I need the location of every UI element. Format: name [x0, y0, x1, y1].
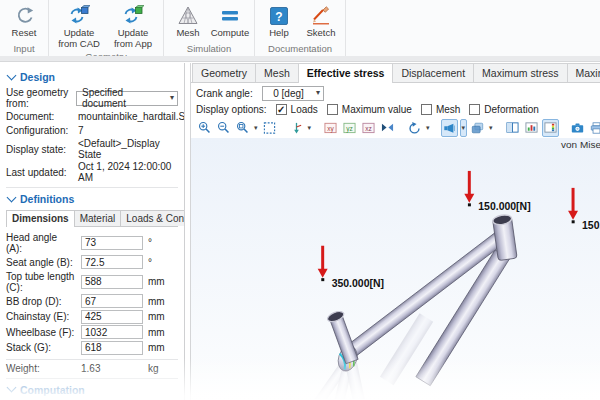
reset-button[interactable]: Reset — [4, 3, 44, 39]
definitions-section-header[interactable]: Definitions — [6, 190, 178, 208]
update-from-cad-button[interactable]: Update from CAD — [53, 3, 105, 50]
crank-angle-select[interactable]: 0 [deg] ▾ — [262, 86, 324, 101]
tab-dimensions[interactable]: Dimensions — [6, 210, 75, 227]
material-color-button[interactable] — [523, 119, 540, 137]
tab-material[interactable]: Material — [74, 210, 122, 226]
tab-loads-constraints[interactable]: Loads & Constraints — [120, 210, 185, 226]
seat-angle-field[interactable] — [81, 255, 143, 269]
design-section-header[interactable]: Design — [6, 68, 178, 86]
use-geometry-select[interactable]: Specified document ▾ — [76, 91, 178, 106]
configuration-label: Configuration: — [6, 125, 76, 136]
tab-mesh[interactable]: Mesh — [255, 63, 299, 82]
split-view-button[interactable] — [504, 119, 521, 137]
transparency-dropdown[interactable]: ▾ — [488, 124, 494, 132]
document-label: Document: — [6, 111, 76, 122]
update-from-app-icon — [122, 4, 144, 27]
display-option-3[interactable]: Deformation — [469, 104, 538, 115]
load-label: 150.0 — [582, 220, 600, 231]
top-tube-length-field[interactable] — [81, 275, 143, 289]
display-option-2[interactable]: Mesh — [421, 104, 460, 115]
document-value: mountainbike_hardtail.SLDPRT — [76, 111, 185, 122]
color-legend-button[interactable] — [542, 119, 559, 137]
graphics-canvas[interactable]: 150.000[N] 350.000[N] 150.0 von Mise — [191, 138, 600, 400]
load-label: 350.000[N] — [332, 278, 384, 289]
checkbox-icon — [327, 104, 338, 115]
rotate-view-dropdown[interactable]: ▾ — [425, 124, 431, 132]
transparency-icon — [471, 121, 484, 135]
results-panel: Geometry Mesh Effective stress Displacem… — [190, 63, 600, 400]
compute-button[interactable]: Compute — [210, 3, 250, 39]
deformation-checkbox-label: Deformation — [484, 104, 538, 115]
print-button[interactable] — [588, 119, 600, 137]
seat-angle-unit: ° — [148, 257, 178, 268]
view-xy-plane-button[interactable]: xy — [322, 119, 339, 137]
collapse-chevron-icon — [7, 383, 17, 393]
zoom-out-icon — [217, 120, 230, 135]
mesh-button[interactable]: Mesh — [168, 3, 208, 39]
tab-maximum-stress[interactable]: Maximum stress — [473, 63, 567, 82]
snapshot-button[interactable] — [569, 119, 586, 137]
zoom-extents-button[interactable] — [234, 119, 251, 137]
bb-drop-unit: mm — [148, 296, 178, 307]
view-yz-plane-icon: yz — [343, 121, 356, 134]
checkbox-icon: ✓ — [276, 104, 287, 115]
view-xy-plane-icon: xy — [324, 121, 337, 134]
scene-light-button[interactable] — [441, 119, 458, 137]
chainstay-label: Chainstay (E): — [6, 311, 76, 322]
collapse-chevron-icon — [7, 70, 17, 80]
zoom-box-icon — [263, 121, 276, 135]
display-option-0[interactable]: ✓Loads — [276, 104, 318, 115]
update-from-cad-icon — [68, 4, 90, 27]
view-xz-plane-button[interactable]: xz — [360, 119, 377, 137]
ribbon-group-simulation: Mesh Compute Simulation — [164, 0, 255, 56]
head-angle-field[interactable] — [81, 236, 143, 250]
definitions-section-title: Definitions — [20, 193, 74, 205]
seat-angle-label: Seat angle (B): — [6, 257, 76, 268]
ribbon-group-documentation-label: Documentation — [259, 42, 341, 56]
tab-displacement[interactable]: Displacement — [392, 63, 474, 82]
flip-view-button[interactable] — [379, 119, 396, 137]
zoom-extents-dropdown[interactable]: ▾ — [253, 124, 259, 132]
zoom-out-button[interactable] — [215, 119, 232, 137]
chevron-down-icon: ▾ — [170, 93, 174, 102]
default-view-dropdown[interactable]: ▾ — [307, 124, 313, 132]
tab-geometry[interactable]: Geometry — [192, 63, 256, 82]
view-yz-plane-button[interactable]: yz — [341, 119, 358, 137]
help-button[interactable]: ? Help — [259, 3, 299, 39]
tab-effective-stress[interactable]: Effective stress — [298, 63, 394, 83]
help-icon: ? — [269, 4, 289, 27]
compute-icon — [219, 4, 241, 27]
tab-maximum-stress-range[interactable]: Maximum stress range — [567, 63, 600, 82]
default-3d-view-button[interactable] — [288, 119, 305, 137]
ribbon-empty-area — [346, 0, 600, 56]
update-from-app-button[interactable]: Update from App — [107, 3, 159, 50]
zoom-box-button[interactable] — [261, 119, 278, 137]
transparency-button[interactable] — [469, 119, 486, 137]
use-geometry-label: Use geometry from: — [6, 87, 76, 109]
print-icon — [590, 121, 600, 135]
mesh-checkbox-label: Mesh — [436, 104, 460, 115]
results-tabbar: Geometry Mesh Effective stress Displacem… — [191, 63, 600, 83]
svg-text:xz: xz — [365, 125, 372, 132]
head-angle-unit: ° — [148, 237, 178, 248]
last-updated-value: Oct 1, 2024 12:00:00 AM — [76, 161, 178, 183]
display-option-1[interactable]: Maximum value — [327, 104, 412, 115]
collapse-chevron-icon — [7, 192, 17, 202]
scene-light-dropdown[interactable]: ▾ — [460, 119, 468, 137]
chevron-down-icon: ▾ — [316, 88, 320, 97]
chainstay-field[interactable] — [81, 310, 143, 324]
zoom-in-icon — [198, 120, 211, 135]
zoom-extents-icon — [236, 120, 249, 135]
computation-section-title: Computation — [20, 384, 85, 396]
sketch-button[interactable]: Sketch — [301, 3, 341, 39]
zoom-in-button[interactable] — [196, 119, 213, 137]
bb-drop-field[interactable] — [81, 294, 143, 308]
wheelbase-field[interactable] — [81, 325, 143, 339]
computation-section-header[interactable]: Computation — [6, 381, 178, 399]
default-3d-view-icon — [290, 121, 303, 135]
stack-field[interactable] — [81, 341, 143, 355]
rotate-view-button[interactable] — [406, 119, 423, 137]
sketch-label: Sketch — [306, 28, 335, 39]
display-state-label: Display state: — [6, 144, 76, 155]
display-state-value: <Default>_Display State — [76, 138, 178, 160]
